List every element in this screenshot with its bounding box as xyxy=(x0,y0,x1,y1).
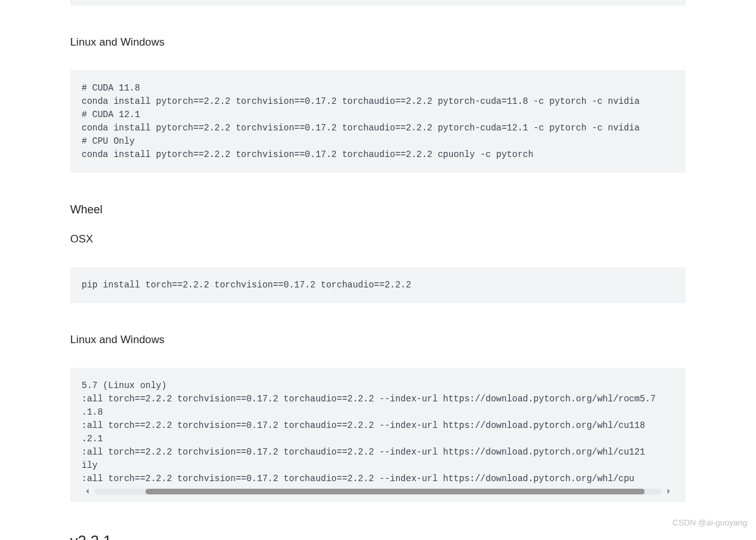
code-block-pip-osx[interactable]: pip install torch==2.2.2 torchvision==0.… xyxy=(70,267,686,303)
code-text: pip install torch==2.2.2 torchvision==0.… xyxy=(82,279,674,292)
partial-code-block-top xyxy=(70,0,686,6)
code-block-conda[interactable]: # CUDA 11.8 conda install pytorch==2.2.2… xyxy=(70,70,686,173)
page-content: Linux and Windows # CUDA 11.8 conda inst… xyxy=(0,0,756,540)
heading-version: v2.2.1 xyxy=(70,532,686,540)
horizontal-scrollbar[interactable] xyxy=(82,486,674,494)
scroll-right-icon[interactable] xyxy=(666,488,672,494)
scroll-thumb[interactable] xyxy=(146,489,645,494)
scroll-left-icon[interactable] xyxy=(84,488,90,494)
heading-wheel: Wheel xyxy=(70,203,686,217)
heading-linux-windows-2: Linux and Windows xyxy=(70,334,686,346)
heading-linux-windows-1: Linux and Windows xyxy=(70,36,686,49)
heading-osx: OSX xyxy=(70,233,686,246)
scroll-track[interactable] xyxy=(94,489,662,494)
code-text: 5.7 (Linux only) :all torch==2.2.2 torch… xyxy=(82,379,674,486)
code-text: # CUDA 11.8 conda install pytorch==2.2.2… xyxy=(82,82,674,161)
code-block-pip-linux-windows[interactable]: 5.7 (Linux only) :all torch==2.2.2 torch… xyxy=(70,368,686,502)
